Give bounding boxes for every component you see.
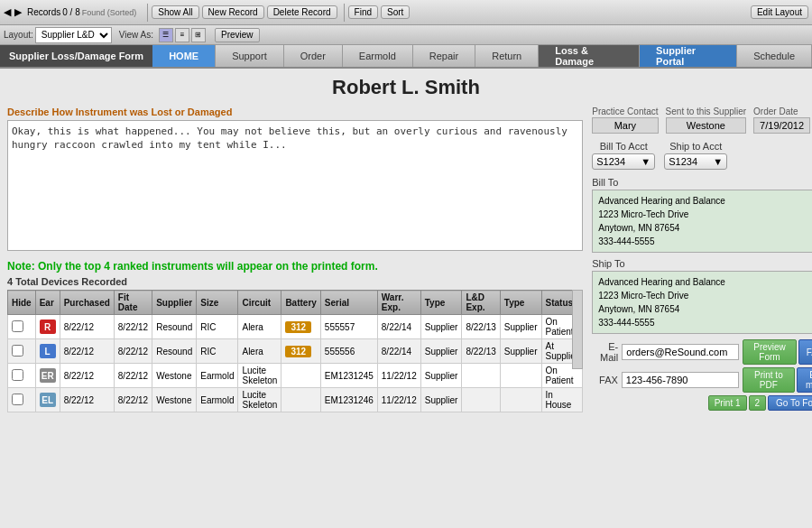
table-cell: 8/22/12 [60, 364, 114, 388]
battery-badge: 312 [285, 346, 311, 357]
hide-checkbox[interactable] [12, 394, 23, 405]
table-cell: 11/22/12 [377, 388, 420, 412]
table-cell [462, 388, 500, 412]
bill-to-line2: 1223 Micro-Tech Drive [598, 208, 812, 221]
table-cell: Supplier [420, 364, 462, 388]
tab-schedule[interactable]: Schedule [737, 45, 812, 67]
tab-loss-damage[interactable]: Loss & Damage [539, 45, 640, 67]
ship-to-label: Ship To [592, 258, 812, 269]
main-content: Robert L. Smith Describe How Instrument … [0, 69, 812, 528]
bill-to-acct-select[interactable]: S1234 ▼ [592, 153, 655, 170]
table-cell: 8/22/14 [377, 315, 420, 339]
description-textarea[interactable]: Okay, this is what happened... You may n… [7, 120, 583, 251]
email-input[interactable] [622, 344, 739, 360]
email-button[interactable]: E-mail [797, 367, 812, 393]
table-scrollbar[interactable] [572, 290, 583, 369]
toolbar-icon-forward[interactable]: ▶ [14, 6, 22, 18]
view-label: View As: [119, 30, 153, 40]
record-count: 0 / 8 [62, 7, 79, 17]
table-cell: Lucite Skeleton [238, 364, 281, 388]
bill-to-line1: Advanced Hearing and Balance [598, 194, 812, 208]
email-label: E-Mail [592, 341, 618, 363]
table-cell: RIC [197, 315, 238, 339]
tab-support[interactable]: Support [216, 45, 284, 67]
view-table-icon[interactable]: ⊞ [191, 28, 206, 42]
go-to-form-button[interactable]: Go To Form [768, 395, 812, 411]
hide-checkbox[interactable] [12, 320, 23, 332]
col-size: Size [197, 291, 238, 315]
main-toolbar: ◀ ▶ Records 0 / 8 Found (Sorted) Show Al… [0, 0, 812, 25]
edit-layout-button[interactable]: Edit Layout [751, 5, 808, 19]
sort-button[interactable]: Sort [381, 5, 410, 19]
table-cell: Supplier [500, 339, 541, 364]
table-cell: 8/22/12 [60, 388, 114, 412]
print1-button[interactable]: Print 1 [708, 395, 747, 411]
table-cell: EM1231246 [320, 388, 377, 412]
fax-label: FAX [592, 375, 618, 385]
ship-to-line1: Advanced Hearing and Balance [598, 275, 812, 289]
table-row: EL8/22/128/22/12WestoneEarmoldLucite Ske… [8, 388, 583, 412]
sent-to-group: Sent to this Supplier Westone [666, 107, 747, 134]
table-cell: 312 [281, 315, 320, 339]
table-cell: 8/22/12 [114, 315, 152, 339]
print2-button[interactable]: 2 [749, 395, 767, 411]
fax-button[interactable]: FAX [798, 339, 812, 365]
ear-badge: R [40, 320, 56, 334]
hide-checkbox[interactable] [12, 345, 23, 357]
toolbar-sep-1 [147, 4, 148, 22]
ship-to-acct-group: Ship to Acct S1234 ▼ [664, 141, 727, 170]
layout-select[interactable]: Supplier L&D [35, 27, 112, 43]
table-cell [500, 388, 541, 412]
fax-input[interactable] [622, 372, 739, 388]
table-cell: In House [541, 388, 583, 412]
tab-earmold[interactable]: Earmold [343, 45, 413, 67]
view-list-icon[interactable]: ≡ [175, 28, 189, 42]
tab-supplier-portal[interactable]: Supplier Portal [640, 45, 737, 67]
table-cell: 8/22/12 [60, 339, 114, 364]
preview-form-button[interactable]: Preview Form [743, 339, 797, 365]
order-date-label: Order Date [753, 107, 810, 116]
nav-area: Supplier Loss/Damage Form HOME Support O… [0, 45, 812, 69]
view-form-icon[interactable]: ☰ [159, 28, 173, 42]
fax-btn-group: Print to PDF E-mail [743, 367, 812, 393]
table-cell: 8/22/12 [114, 339, 152, 364]
bill-to-acct-value: S1234 [596, 156, 625, 167]
table-cell: Alera [238, 339, 281, 364]
new-record-button[interactable]: New Record [202, 5, 264, 19]
delete-record-button[interactable]: Delete Record [267, 5, 337, 19]
tab-repair[interactable]: Repair [413, 45, 475, 67]
ship-to-acct-select[interactable]: S1234 ▼ [664, 153, 727, 170]
ship-to-acct-value: S1234 [669, 156, 697, 167]
ship-to-line3: Anytown, MN 87654 [598, 302, 812, 316]
found-sorted-label: Found (Sorted) [82, 8, 137, 17]
email-row: E-Mail Preview Form FAX [592, 339, 812, 365]
note-text: Note: Only the top 4 ranked instruments … [7, 260, 583, 273]
toolbar-icon-back[interactable]: ◀ [4, 6, 11, 18]
table-cell: 8/22/14 [377, 339, 420, 364]
table-cell: Supplier [420, 388, 462, 412]
table-cell [8, 364, 36, 388]
table-cell [8, 315, 36, 339]
table-cell: Supplier [500, 315, 541, 339]
ear-badge: EL [40, 393, 56, 407]
sent-to-label: Sent to this Supplier [666, 107, 747, 116]
col-circuit: Circuit [238, 291, 281, 315]
bill-to-section: Bill To Advanced Hearing and Balance 122… [592, 177, 812, 253]
find-button[interactable]: Find [348, 5, 378, 19]
print-to-pdf-button[interactable]: Print to PDF [743, 367, 795, 393]
tab-home[interactable]: HOME [152, 45, 216, 67]
battery-badge: 312 [285, 321, 311, 333]
print-go-row: Print 1 2 Go To Form [592, 395, 812, 411]
hide-checkbox[interactable] [12, 369, 23, 381]
left-col: Describe How Instrument was Lost or Dama… [7, 107, 583, 412]
show-all-button[interactable]: Show All [152, 5, 198, 19]
col-purchased: Purchased [60, 291, 114, 315]
preview-button[interactable]: Preview [215, 28, 260, 42]
tab-order[interactable]: Order [284, 45, 343, 67]
table-cell: 11/22/12 [377, 364, 420, 388]
ear-badge: ER [40, 368, 56, 383]
table-cell: 8/22/12 [60, 315, 114, 339]
table-wrapper: Hide Ear Purchased Fit Date Supplier Siz… [7, 290, 583, 412]
bill-to-acct-arrow: ▼ [641, 156, 651, 167]
tab-return[interactable]: Return [475, 45, 539, 67]
